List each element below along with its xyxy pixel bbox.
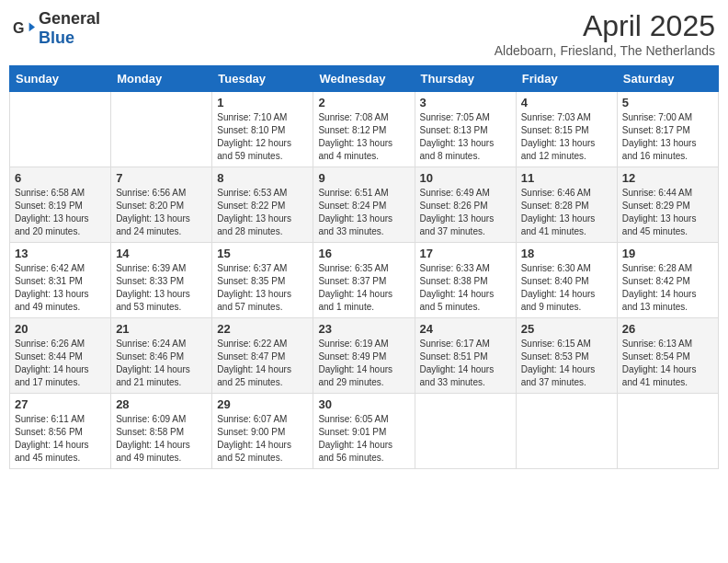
weekday-header-wednesday: Wednesday bbox=[313, 66, 415, 92]
day-info: Sunrise: 6:49 AM Sunset: 8:26 PM Dayligh… bbox=[420, 187, 511, 238]
day-number: 10 bbox=[420, 171, 511, 185]
day-number: 23 bbox=[318, 322, 409, 336]
calendar-cell: 25Sunrise: 6:15 AM Sunset: 8:53 PM Dayli… bbox=[516, 318, 617, 394]
day-number: 13 bbox=[15, 247, 106, 260]
svg-marker-1 bbox=[29, 23, 35, 32]
day-info: Sunrise: 6:19 AM Sunset: 8:49 PM Dayligh… bbox=[318, 338, 409, 389]
day-info: Sunrise: 6:30 AM Sunset: 8:40 PM Dayligh… bbox=[521, 262, 612, 314]
weekday-header-friday: Friday bbox=[516, 66, 617, 92]
day-info: Sunrise: 6:26 AM Sunset: 8:44 PM Dayligh… bbox=[15, 338, 106, 389]
calendar-cell: 11Sunrise: 6:46 AM Sunset: 8:28 PM Dayli… bbox=[516, 167, 617, 243]
calendar-cell: 18Sunrise: 6:30 AM Sunset: 8:40 PM Dayli… bbox=[516, 243, 617, 318]
calendar-cell bbox=[111, 92, 212, 167]
day-info: Sunrise: 7:08 AM Sunset: 8:12 PM Dayligh… bbox=[318, 111, 409, 163]
calendar-cell bbox=[10, 92, 111, 167]
day-info: Sunrise: 6:44 AM Sunset: 8:29 PM Dayligh… bbox=[622, 187, 713, 238]
weekday-header-sunday: Sunday bbox=[10, 66, 111, 92]
calendar-cell: 27Sunrise: 6:11 AM Sunset: 8:56 PM Dayli… bbox=[10, 394, 111, 469]
day-info: Sunrise: 6:53 AM Sunset: 8:22 PM Dayligh… bbox=[217, 187, 308, 238]
day-number: 26 bbox=[622, 322, 713, 336]
day-info: Sunrise: 7:03 AM Sunset: 8:15 PM Dayligh… bbox=[521, 111, 612, 163]
day-info: Sunrise: 7:00 AM Sunset: 8:17 PM Dayligh… bbox=[622, 111, 713, 163]
calendar-cell bbox=[516, 394, 617, 469]
day-number: 6 bbox=[15, 171, 106, 185]
day-number: 8 bbox=[217, 171, 308, 185]
day-info: Sunrise: 6:07 AM Sunset: 9:00 PM Dayligh… bbox=[217, 413, 308, 465]
title-area: April 2025 Aldeboarn, Friesland, The Net… bbox=[495, 9, 715, 58]
day-number: 18 bbox=[521, 247, 612, 260]
day-info: Sunrise: 6:22 AM Sunset: 8:47 PM Dayligh… bbox=[217, 338, 308, 389]
weekday-header-row: SundayMondayTuesdayWednesdayThursdayFrid… bbox=[10, 66, 719, 92]
day-info: Sunrise: 6:37 AM Sunset: 8:35 PM Dayligh… bbox=[217, 262, 308, 314]
calendar-cell: 9Sunrise: 6:51 AM Sunset: 8:24 PM Daylig… bbox=[313, 167, 415, 243]
calendar-cell: 2Sunrise: 7:08 AM Sunset: 8:12 PM Daylig… bbox=[313, 92, 415, 167]
day-number: 28 bbox=[116, 397, 207, 411]
day-info: Sunrise: 6:33 AM Sunset: 8:38 PM Dayligh… bbox=[420, 262, 511, 314]
day-info: Sunrise: 6:51 AM Sunset: 8:24 PM Dayligh… bbox=[318, 187, 409, 238]
day-number: 9 bbox=[318, 171, 409, 185]
day-number: 16 bbox=[318, 247, 409, 260]
calendar-cell bbox=[415, 394, 516, 469]
calendar-cell: 6Sunrise: 6:58 AM Sunset: 8:19 PM Daylig… bbox=[10, 167, 111, 243]
day-number: 24 bbox=[420, 322, 511, 336]
calendar-cell: 16Sunrise: 6:35 AM Sunset: 8:37 PM Dayli… bbox=[313, 243, 415, 318]
logo-blue-text: Blue bbox=[39, 29, 74, 47]
day-info: Sunrise: 6:15 AM Sunset: 8:53 PM Dayligh… bbox=[521, 338, 612, 389]
calendar-cell: 13Sunrise: 6:42 AM Sunset: 8:31 PM Dayli… bbox=[10, 243, 111, 318]
weekday-header-tuesday: Tuesday bbox=[212, 66, 313, 92]
calendar-cell: 21Sunrise: 6:24 AM Sunset: 8:46 PM Dayli… bbox=[111, 318, 212, 394]
day-number: 7 bbox=[116, 171, 207, 185]
weekday-header-saturday: Saturday bbox=[617, 66, 718, 92]
day-info: Sunrise: 6:35 AM Sunset: 8:37 PM Dayligh… bbox=[318, 262, 409, 314]
day-number: 22 bbox=[217, 322, 308, 336]
calendar-cell: 17Sunrise: 6:33 AM Sunset: 8:38 PM Dayli… bbox=[415, 243, 516, 318]
calendar-cell: 23Sunrise: 6:19 AM Sunset: 8:49 PM Dayli… bbox=[313, 318, 415, 394]
day-info: Sunrise: 7:05 AM Sunset: 8:13 PM Dayligh… bbox=[420, 111, 511, 163]
week-row-5: 27Sunrise: 6:11 AM Sunset: 8:56 PM Dayli… bbox=[10, 394, 719, 469]
calendar-cell: 29Sunrise: 6:07 AM Sunset: 9:00 PM Dayli… bbox=[212, 394, 313, 469]
calendar-cell: 30Sunrise: 6:05 AM Sunset: 9:01 PM Dayli… bbox=[313, 394, 415, 469]
day-number: 20 bbox=[15, 322, 106, 336]
calendar-cell: 28Sunrise: 6:09 AM Sunset: 8:58 PM Dayli… bbox=[111, 394, 212, 469]
calendar-cell bbox=[617, 394, 718, 469]
day-number: 19 bbox=[622, 247, 713, 260]
calendar-cell: 26Sunrise: 6:13 AM Sunset: 8:54 PM Dayli… bbox=[617, 318, 718, 394]
calendar-cell: 12Sunrise: 6:44 AM Sunset: 8:29 PM Dayli… bbox=[617, 167, 718, 243]
day-number: 14 bbox=[116, 247, 207, 260]
day-number: 17 bbox=[420, 247, 511, 260]
day-info: Sunrise: 6:09 AM Sunset: 8:58 PM Dayligh… bbox=[116, 413, 207, 465]
day-info: Sunrise: 6:46 AM Sunset: 8:28 PM Dayligh… bbox=[521, 187, 612, 238]
calendar-cell: 1Sunrise: 7:10 AM Sunset: 8:10 PM Daylig… bbox=[212, 92, 313, 167]
day-info: Sunrise: 6:58 AM Sunset: 8:19 PM Dayligh… bbox=[15, 187, 106, 238]
calendar-cell: 22Sunrise: 6:22 AM Sunset: 8:47 PM Dayli… bbox=[212, 318, 313, 394]
day-number: 2 bbox=[318, 96, 409, 109]
day-info: Sunrise: 6:17 AM Sunset: 8:51 PM Dayligh… bbox=[420, 338, 511, 389]
day-info: Sunrise: 6:56 AM Sunset: 8:20 PM Dayligh… bbox=[116, 187, 207, 238]
week-row-2: 6Sunrise: 6:58 AM Sunset: 8:19 PM Daylig… bbox=[10, 167, 719, 243]
svg-text:G: G bbox=[13, 20, 24, 36]
day-number: 11 bbox=[521, 171, 612, 185]
week-row-4: 20Sunrise: 6:26 AM Sunset: 8:44 PM Dayli… bbox=[10, 318, 719, 394]
day-info: Sunrise: 6:28 AM Sunset: 8:42 PM Dayligh… bbox=[622, 262, 713, 314]
day-number: 5 bbox=[622, 96, 713, 109]
day-number: 29 bbox=[217, 397, 308, 411]
day-number: 25 bbox=[521, 322, 612, 336]
calendar-cell: 14Sunrise: 6:39 AM Sunset: 8:33 PM Dayli… bbox=[111, 243, 212, 318]
calendar-cell: 8Sunrise: 6:53 AM Sunset: 8:22 PM Daylig… bbox=[212, 167, 313, 243]
day-info: Sunrise: 7:10 AM Sunset: 8:10 PM Dayligh… bbox=[217, 111, 308, 163]
day-info: Sunrise: 6:42 AM Sunset: 8:31 PM Dayligh… bbox=[15, 262, 106, 314]
week-row-1: 1Sunrise: 7:10 AM Sunset: 8:10 PM Daylig… bbox=[10, 92, 719, 167]
day-number: 27 bbox=[15, 397, 106, 411]
calendar-cell: 3Sunrise: 7:05 AM Sunset: 8:13 PM Daylig… bbox=[415, 92, 516, 167]
day-info: Sunrise: 6:11 AM Sunset: 8:56 PM Dayligh… bbox=[15, 413, 106, 465]
calendar-cell: 24Sunrise: 6:17 AM Sunset: 8:51 PM Dayli… bbox=[415, 318, 516, 394]
day-info: Sunrise: 6:05 AM Sunset: 9:01 PM Dayligh… bbox=[318, 413, 409, 465]
day-number: 4 bbox=[521, 96, 612, 109]
day-info: Sunrise: 6:24 AM Sunset: 8:46 PM Dayligh… bbox=[116, 338, 207, 389]
calendar-cell: 15Sunrise: 6:37 AM Sunset: 8:35 PM Dayli… bbox=[212, 243, 313, 318]
day-number: 12 bbox=[622, 171, 713, 185]
header: G General Blue April 2025 Aldeboarn, Fri… bbox=[9, 9, 719, 58]
logo: G General Blue bbox=[13, 9, 100, 48]
day-number: 21 bbox=[116, 322, 207, 336]
weekday-header-monday: Monday bbox=[111, 66, 212, 92]
